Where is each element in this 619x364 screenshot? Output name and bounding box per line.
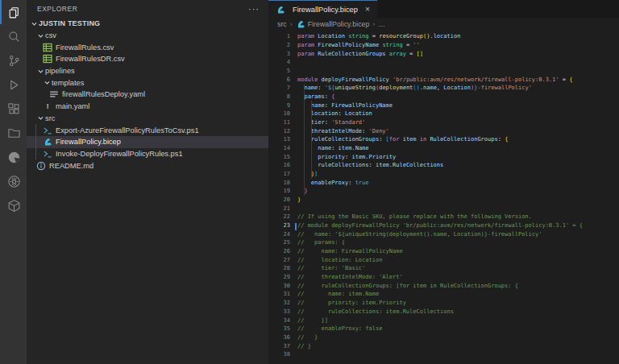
code-line-22[interactable]: 22// If using the Basic SKU, please repl… (268, 213, 619, 221)
tab-firewallpolicy-bicep[interactable]: FirewallPolicy.bicep × (268, 0, 377, 18)
line-number[interactable]: 19 (268, 188, 290, 194)
tree-item-firewallrules-csv[interactable]: FirewallRules.csv (27, 41, 268, 53)
line-number[interactable]: 6 (268, 77, 290, 83)
line-number[interactable]: 26 (268, 248, 290, 254)
code-line-18[interactable]: 18 enableProxy: true (268, 178, 619, 187)
line-number[interactable]: 30 (268, 283, 290, 289)
tree-item-csv[interactable]: csv (27, 30, 268, 42)
line-number[interactable]: 27 (268, 257, 290, 263)
line-number[interactable]: 33 (268, 308, 290, 315)
line-number[interactable]: 10 (268, 110, 290, 117)
code-line-23[interactable]: 23// module deployFirewallPolicy 'br/pub… (268, 221, 619, 230)
line-number[interactable]: 34 (268, 317, 290, 324)
code-line-4[interactable]: 4 (268, 58, 619, 67)
line-number[interactable]: 1 (268, 33, 290, 39)
code-line-10[interactable]: 10 location: Location (268, 110, 619, 118)
code-line-2[interactable]: 2param FirewallPolicyName string = '' (268, 41, 619, 50)
tree-item-pipelines[interactable]: pipelines (27, 65, 268, 77)
code-line-5[interactable]: 5 (268, 67, 619, 76)
code-line-33[interactable]: 33// ruleCollections: item.RuleCollectio… (268, 308, 619, 316)
code-line-32[interactable]: 32// priority: item.Priority (268, 299, 619, 308)
line-number[interactable]: 35 (268, 325, 290, 332)
code-line-15[interactable]: 15 priority: item.Priority (268, 152, 619, 161)
line-number[interactable]: 25 (268, 239, 290, 246)
tree-item-export-azurefirewallpolicyrulestocsv-ps1[interactable]: Export-AzureFirewallPolicyRulesToCsv.ps1 (27, 124, 268, 136)
line-number[interactable]: 20 (268, 196, 290, 203)
line-number[interactable]: 22 (268, 213, 290, 220)
code-line-14[interactable]: 14 name: item.Name (268, 144, 619, 153)
more-actions-icon[interactable]: ··· (248, 6, 260, 11)
code-line-24[interactable]: 24// name: '${uniqueString(deployment().… (268, 230, 619, 238)
tree-item-src[interactable]: src (27, 113, 268, 125)
code-line-1[interactable]: 1param Location string = resourceGroup()… (268, 32, 619, 41)
code-line-21[interactable]: 21 (268, 204, 619, 213)
code-line-31[interactable]: 31// name: item.Name (268, 290, 619, 299)
line-number[interactable]: 13 (268, 136, 290, 143)
line-number[interactable]: 2 (268, 42, 290, 48)
breadcrumb-item-[interactable]: … (378, 20, 385, 28)
code-line-36[interactable]: 36// } (268, 333, 619, 342)
line-number[interactable]: 14 (268, 145, 290, 151)
line-number[interactable]: 32 (268, 300, 290, 306)
code-line-16[interactable]: 16 ruleCollections: item.RuleCollections (268, 161, 619, 170)
line-number[interactable]: 3 (268, 51, 290, 57)
line-number[interactable]: 7 (268, 85, 290, 91)
line-number[interactable]: 37 (268, 343, 290, 350)
breadcrumb-item-src[interactable]: src (277, 20, 287, 28)
line-number[interactable]: 28 (268, 265, 290, 271)
line-number[interactable]: 29 (268, 274, 290, 280)
code-editor[interactable]: 1param Location string = resourceGroup()… (268, 31, 619, 359)
code-line-12[interactable]: 12 threatIntelMode: 'Deny' (268, 126, 619, 135)
tree-item-justin-testing[interactable]: JUSTIN TESTING (27, 18, 268, 30)
line-number[interactable]: 11 (268, 119, 290, 126)
activity-bar-item-extensions[interactable] (0, 97, 27, 121)
breadcrumb-item-firewallpolicy-bicep[interactable]: FirewallPolicy.bicep (296, 20, 370, 29)
code-line-3[interactable]: 3param RuleCollectionGroups array = [] (268, 49, 619, 58)
code-line-38[interactable]: 38 (268, 350, 619, 359)
tree-item-firewallrulesdr-csv[interactable]: FirewallRulesDR.csv (27, 53, 268, 65)
line-number[interactable]: 21 (268, 205, 290, 212)
code-line-20[interactable]: 20} (268, 196, 619, 205)
code-line-9[interactable]: 9 name: FirewallPolicyName (268, 101, 619, 110)
activity-bar-item-folder[interactable] (0, 121, 27, 145)
tree-item-firewallpolicy-bicep[interactable]: FirewallPolicy.bicep (27, 136, 268, 148)
code-line-35[interactable]: 35// enableProxy: false (268, 325, 619, 333)
code-line-25[interactable]: 25// params: { (268, 238, 619, 247)
code-line-27[interactable]: 27// location: Location (268, 255, 619, 264)
line-number[interactable]: 4 (268, 59, 290, 65)
close-icon[interactable]: × (365, 5, 370, 14)
line-number[interactable]: 8 (268, 93, 290, 100)
code-line-8[interactable]: 8 params: { (268, 93, 619, 101)
line-number[interactable]: 17 (268, 171, 290, 177)
activity-bar-item-run-debug[interactable] (0, 72, 27, 97)
code-line-17[interactable]: 17 }] (268, 170, 619, 179)
line-number[interactable]: 5 (268, 68, 290, 74)
tree-item-main-yaml[interactable]: !main.yaml (27, 101, 268, 113)
tree-item-firewallrulesdeploy-yaml[interactable]: firewallRulesDeploy.yaml (27, 89, 268, 101)
activity-bar-item-azure[interactable] (0, 145, 27, 169)
activity-bar-item-explorer[interactable] (0, 0, 27, 24)
code-line-11[interactable]: 11 tier: 'Standard' (268, 118, 619, 127)
code-line-34[interactable]: 34// }] (268, 316, 619, 325)
activity-bar-item-source-control[interactable] (0, 48, 27, 72)
line-number[interactable]: 23 (268, 222, 290, 229)
code-line-29[interactable]: 29// threatIntelMode: 'Alert' (268, 273, 619, 282)
activity-bar-item-package[interactable] (0, 193, 27, 217)
line-number[interactable]: 9 (268, 102, 290, 109)
tree-item-invoke-deployfirewallpolicyrules-ps1[interactable]: Invoke-DeployFirewallPolicyRules.ps1 (27, 148, 268, 160)
code-line-7[interactable]: 7 name: '${uniqueString(deployment().nam… (268, 84, 619, 93)
code-line-26[interactable]: 26// name: FirewallPolicyName (268, 247, 619, 256)
code-line-13[interactable]: 13 ruleCollectionGroups: [for item in Ru… (268, 135, 619, 144)
activity-bar-item-search[interactable] (0, 24, 27, 48)
line-number[interactable]: 31 (268, 291, 290, 297)
line-number[interactable]: 16 (268, 162, 290, 168)
tree-item-templates[interactable]: templates (27, 77, 268, 89)
code-line-30[interactable]: 30// ruleCollectionGroups: [for item in … (268, 281, 619, 290)
code-line-37[interactable]: 37// } (268, 341, 619, 350)
code-line-19[interactable]: 19 } (268, 187, 619, 196)
line-number[interactable]: 15 (268, 154, 290, 160)
activity-bar-item-gear[interactable] (0, 169, 27, 193)
line-number[interactable]: 12 (268, 128, 290, 134)
line-number[interactable]: 38 (268, 351, 290, 358)
line-number[interactable]: 36 (268, 334, 290, 341)
